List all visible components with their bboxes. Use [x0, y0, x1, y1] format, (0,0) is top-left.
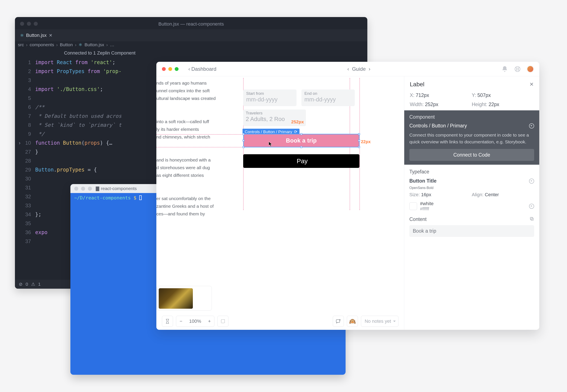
- warning-icon[interactable]: ⚠: [31, 282, 35, 287]
- metric-label: Width:: [410, 102, 424, 107]
- input-placeholder: mm-dd-yyyy: [246, 96, 294, 103]
- tab-bar: ⚛ Button.jsx ✕: [15, 29, 367, 41]
- connect-to-code-button[interactable]: Connect to Code: [409, 149, 534, 161]
- section-heading: Component: [409, 114, 534, 120]
- back-button[interactable]: ‹ Dashboard: [188, 66, 216, 72]
- terminal-title: ▇ react-components: [96, 186, 137, 191]
- add-note-button[interactable]: [333, 316, 344, 327]
- breadcrumb-button-dir[interactable]: Button: [60, 42, 73, 47]
- window-traffic-lights[interactable]: [74, 187, 92, 191]
- button-label: Book a trip: [286, 137, 316, 144]
- thumbnail-image: [159, 288, 193, 309]
- error-count: 0: [26, 282, 28, 287]
- content-section: Content Book a trip: [404, 213, 539, 237]
- prev-screen-button[interactable]: ‹: [347, 66, 349, 72]
- folder-icon: ▇: [96, 186, 99, 191]
- svg-rect-12: [336, 320, 340, 322]
- measurement-right: 22px: [361, 139, 371, 144]
- design-canvas[interactable]: nds of years ago humans unnel complex in…: [156, 76, 404, 330]
- history-button[interactable]: [162, 316, 173, 327]
- window-traffic-lights[interactable]: [162, 67, 179, 71]
- traffic-max[interactable]: [175, 67, 179, 71]
- goto-icon[interactable]: [529, 179, 534, 184]
- tab-filename: Button.jsx: [26, 33, 47, 38]
- zoom-control: − 100% +: [176, 316, 214, 327]
- input-placeholder: mm-dd-yyyy: [304, 96, 352, 103]
- component-section: Component Controls / Button / Primary Co…: [404, 110, 539, 165]
- guide-line: [359, 78, 360, 210]
- breadcrumb-components[interactable]: components: [30, 42, 54, 47]
- start-date-input[interactable]: Start from mm-dd-yyyy: [243, 89, 297, 106]
- goto-icon[interactable]: [529, 123, 534, 128]
- component-path: Controls / Button / Primary: [409, 123, 467, 129]
- apple-pay-button[interactable]: Pay: [243, 154, 359, 168]
- goto-icon[interactable]: [529, 204, 534, 209]
- end-date-input[interactable]: End on mm-dd-yyyy: [301, 89, 355, 106]
- metric-label: X:: [410, 92, 415, 98]
- back-label: Dashboard: [191, 66, 216, 72]
- emoji-button[interactable]: 🙉: [347, 316, 358, 327]
- chevron-left-icon: ‹: [188, 66, 190, 72]
- tab-button-jsx[interactable]: ⚛ Button.jsx ✕: [17, 29, 55, 41]
- zoom-out-button[interactable]: −: [176, 316, 186, 327]
- help-icon[interactable]: [514, 66, 521, 72]
- cursor-icon: [269, 141, 272, 147]
- zeplin-titlebar: ‹ Dashboard ‹ Guide ›: [156, 62, 539, 76]
- inspector-panel: Label ✕ X:712px Y:507px Width:252px Heig…: [404, 76, 539, 330]
- bell-icon[interactable]: [501, 66, 508, 72]
- align-value: Center: [485, 192, 499, 197]
- metric-label: Y:: [472, 92, 476, 98]
- input-label: End on: [304, 91, 352, 96]
- svg-line-10: [518, 70, 520, 71]
- close-icon[interactable]: ✕: [49, 33, 52, 38]
- y-value: 507px: [477, 92, 491, 98]
- button-label: Pay: [297, 157, 308, 165]
- artboard-toggle[interactable]: [217, 316, 228, 327]
- metric-label: Size:: [409, 192, 420, 197]
- metric-label: Height:: [472, 102, 487, 107]
- notes-select[interactable]: No notes yet: [361, 316, 399, 327]
- input-label: Travelers: [246, 111, 303, 115]
- zeplin-connected-banner: Connected to 1 Zeplin Component: [64, 50, 135, 56]
- button-label: Connect to Code: [453, 152, 490, 158]
- section-heading: Content: [409, 216, 427, 222]
- breadcrumb-more: …: [110, 42, 114, 47]
- typeface-section: Typeface Button Title OpenSans-Bold Size…: [404, 165, 539, 213]
- color-swatch[interactable]: [409, 202, 417, 210]
- traffic-min[interactable]: [168, 67, 172, 71]
- color-name: #white: [420, 201, 434, 207]
- section-heading: Typeface: [409, 169, 534, 175]
- error-icon[interactable]: ⊘: [19, 282, 23, 287]
- breadcrumb-src[interactable]: src: [18, 42, 24, 47]
- svg-line-8: [518, 67, 520, 68]
- input-label: Start from: [246, 91, 294, 96]
- font-family: OpenSans-Bold: [409, 186, 534, 190]
- book-trip-button[interactable]: Book a trip: [243, 134, 359, 147]
- notes-placeholder: No notes yet: [365, 319, 391, 324]
- traffic-min[interactable]: [81, 187, 85, 191]
- artboard-thumbnail[interactable]: [156, 286, 212, 311]
- traffic-max[interactable]: [88, 187, 92, 191]
- content-value[interactable]: Book a trip: [409, 225, 534, 237]
- breadcrumb[interactable]: src› components› Button› ⚛ Button.jsx› …: [18, 42, 114, 47]
- measurement-width: 252px: [291, 119, 304, 125]
- close-icon[interactable]: ✕: [529, 81, 534, 87]
- traffic-close[interactable]: [162, 67, 166, 71]
- screen-title: Guide: [352, 66, 366, 72]
- zoom-in-button[interactable]: +: [205, 316, 214, 327]
- svg-rect-11: [221, 320, 225, 323]
- svg-rect-15: [531, 218, 533, 220]
- react-icon: ⚛: [20, 33, 24, 38]
- breadcrumb-file[interactable]: Button.jsx: [85, 42, 104, 47]
- text-style-name: Button Title: [409, 178, 436, 184]
- svg-rect-16: [530, 217, 533, 220]
- chip-label: Controls / Button / Primary: [245, 129, 292, 134]
- svg-point-6: [516, 68, 518, 70]
- height-value: 22px: [489, 102, 499, 107]
- metric-label: Align:: [472, 192, 484, 197]
- traffic-close[interactable]: [74, 187, 78, 191]
- cursor: [139, 195, 142, 200]
- next-screen-button[interactable]: ›: [369, 66, 370, 72]
- copy-icon[interactable]: [529, 216, 534, 222]
- avatar[interactable]: [527, 66, 534, 72]
